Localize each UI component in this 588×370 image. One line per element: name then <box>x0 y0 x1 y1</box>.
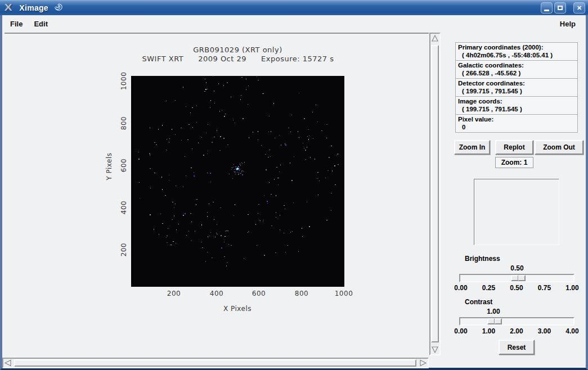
y-tick-800: 800 <box>120 116 128 130</box>
brightness-slider-thumb[interactable] <box>511 275 526 281</box>
horizontal-scroll-thumb[interactable] <box>14 359 416 367</box>
photon-count-dot <box>201 224 202 225</box>
photon-count-dot <box>236 167 236 168</box>
zoom-in-button[interactable]: Zoom In <box>454 140 490 155</box>
photon-count-dot <box>284 233 284 233</box>
photon-count-dot <box>167 242 168 243</box>
photon-count-dot <box>212 142 213 143</box>
photon-count-dot <box>207 89 208 89</box>
photon-count-dot <box>268 132 269 132</box>
photon-count-dot <box>233 120 234 120</box>
photon-count-dot <box>169 175 169 175</box>
photon-count-dot <box>246 79 246 79</box>
photon-count-dot <box>172 202 173 202</box>
photon-count-dot <box>210 100 211 101</box>
photon-count-dot <box>241 171 242 172</box>
photon-count-dot <box>213 202 214 202</box>
brightness-tick: 0.00 <box>450 284 472 292</box>
title-bar[interactable]: X Ximage ✕ <box>0 0 588 15</box>
brightness-slider[interactable] <box>459 274 574 282</box>
photon-count-dot <box>218 83 219 84</box>
photon-count-dot <box>235 204 235 205</box>
vertical-scroll-thumb[interactable] <box>431 45 439 342</box>
photon-count-dot <box>338 164 339 165</box>
y-tick-600: 600 <box>120 159 128 172</box>
photon-count-dot <box>240 168 240 169</box>
photon-count-dot <box>176 229 177 230</box>
photon-count-dot <box>226 231 227 231</box>
photon-count-dot <box>258 131 258 132</box>
photon-count-dot <box>201 137 202 138</box>
photon-count-dot <box>150 168 151 169</box>
menu-edit[interactable]: Edit <box>28 17 53 30</box>
photon-count-dot <box>309 136 309 136</box>
photon-count-dot <box>165 195 166 196</box>
contrast-slider[interactable] <box>459 317 574 326</box>
vertical-scrollbar[interactable] <box>429 33 441 355</box>
close-icon: ✕ <box>577 4 582 12</box>
photon-count-dot <box>167 236 168 236</box>
photon-count-dot <box>271 194 272 195</box>
photon-count-dot <box>336 155 337 155</box>
contrast-slider-thumb[interactable] <box>487 318 502 324</box>
scroll-up-arrow-icon[interactable] <box>430 34 439 43</box>
photon-count-dot <box>221 247 222 249</box>
photon-count-dot <box>175 100 176 101</box>
photon-count-dot <box>205 261 206 262</box>
scroll-down-arrow-icon[interactable] <box>430 345 439 354</box>
photon-count-dot <box>317 178 317 179</box>
photon-count-dot <box>217 224 217 225</box>
photon-count-dot <box>238 174 239 175</box>
zoom-level-indicator: Zoom: 1 <box>495 157 533 168</box>
plot-canvas[interactable]: GRB091029 (XRT only) SWIFT XRT 2009 Oct … <box>5 33 429 355</box>
control-panel: Primary coordinates (2000): ( 4h02m06.75… <box>443 33 588 366</box>
photon-count-dot <box>242 174 243 175</box>
scroll-right-arrow-icon[interactable] <box>419 359 428 368</box>
photon-count-dot <box>227 82 228 83</box>
xray-image[interactable] <box>131 76 344 287</box>
photon-count-dot <box>298 131 298 132</box>
photon-count-dot <box>186 235 187 236</box>
photon-count-dot <box>244 162 245 163</box>
photon-count-dot <box>162 223 163 224</box>
brightness-tick: 0.25 <box>478 284 500 292</box>
pixel-value: 0 <box>458 124 575 132</box>
photon-count-dot <box>192 127 193 128</box>
plot-date: 2009 Oct 29 <box>198 55 246 63</box>
photon-count-dot <box>154 173 155 173</box>
photon-count-dot <box>196 199 198 200</box>
photon-count-dot <box>267 203 268 204</box>
photon-count-dot <box>244 258 244 259</box>
photon-count-dot <box>326 138 327 138</box>
menu-file[interactable]: File <box>5 17 28 30</box>
photon-count-dot <box>325 178 326 178</box>
photon-count-dot <box>326 124 327 125</box>
replot-button[interactable]: Replot <box>495 140 533 155</box>
contrast-tick: 3.00 <box>533 327 556 335</box>
photon-count-dot <box>201 242 202 242</box>
photon-count-dot <box>217 130 217 131</box>
photon-count-dot <box>231 97 231 97</box>
horizontal-scrollbar[interactable] <box>2 358 429 368</box>
photon-count-dot <box>307 202 307 202</box>
photon-count-dot <box>176 243 176 243</box>
photon-count-dot <box>281 145 281 146</box>
photon-count-dot <box>150 128 150 128</box>
photon-count-dot <box>248 232 248 233</box>
minimize-button[interactable] <box>541 2 553 13</box>
photon-count-dot <box>280 165 281 165</box>
photon-count-dot <box>226 265 227 267</box>
menu-help[interactable]: Help <box>554 17 581 30</box>
photon-count-dot <box>248 231 249 232</box>
photon-count-dot <box>234 172 234 172</box>
photon-count-dot <box>235 174 236 174</box>
maximize-button[interactable] <box>554 2 566 13</box>
close-button[interactable]: ✕ <box>573 2 585 13</box>
reset-button[interactable]: Reset <box>499 340 535 355</box>
photon-count-dot <box>225 114 226 114</box>
zoom-out-button[interactable]: Zoom Out <box>535 140 583 155</box>
photon-count-dot <box>187 139 188 140</box>
scroll-left-arrow-icon[interactable] <box>3 359 12 368</box>
y-tick-200: 200 <box>120 243 128 256</box>
photon-count-dot <box>237 167 238 168</box>
